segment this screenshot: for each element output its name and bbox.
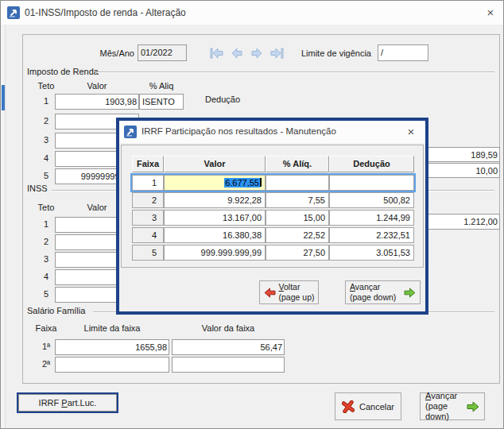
imposto-row-label: 5 xyxy=(36,171,56,180)
grid-cell-faixa[interactable]: 1 xyxy=(132,175,164,191)
nav-next-button[interactable] xyxy=(249,47,265,60)
salario-header-limite: Limite da faixa xyxy=(55,323,169,333)
salario-limite-input-1[interactable]: 1655,98 xyxy=(55,339,169,355)
nav-prev-button[interactable] xyxy=(229,47,245,60)
inss-row-label: 2 xyxy=(36,237,56,246)
mes-ano-input[interactable]: 01/2022 xyxy=(138,44,187,61)
limite-vigencia-label: Limite de vigência xyxy=(284,48,371,58)
inss-row-label: 1 xyxy=(36,219,56,229)
advance-dialog-label: Avançar(page down) xyxy=(350,282,396,303)
inss-row-label: 5 xyxy=(36,289,56,299)
grid-cell-aliq[interactable]: 7,55 xyxy=(266,192,329,208)
advance-dialog-button[interactable]: Avançar(page down) xyxy=(345,280,421,304)
grid-cell-aliq[interactable]: 27,50 xyxy=(266,245,329,261)
advance-dialog-arrow-icon xyxy=(404,288,416,298)
inss-section-label: INSS xyxy=(27,184,48,193)
grid-header-deducao: Dedução xyxy=(329,156,414,172)
grid-cell-faixa[interactable]: 5 xyxy=(132,245,164,261)
grid-header-row: Faixa Valor % Alíq. Dedução xyxy=(132,156,414,172)
window-title: 01-INSS/Imposto de renda - Alteração xyxy=(25,7,186,18)
irrf-button-label: IRRF Part.Luc. xyxy=(39,398,97,408)
advance-button-label: Avançar(page down) xyxy=(425,391,462,422)
window-titlebar: 01-INSS/Imposto de renda - Alteração × xyxy=(1,1,504,25)
nav-first-button[interactable] xyxy=(209,47,225,60)
salario-header-valor: Valor da faixa xyxy=(172,323,285,333)
advance-arrow-icon xyxy=(467,401,479,412)
irrf-partluc-button[interactable]: IRRF Part.Luc. xyxy=(17,392,118,413)
left-scrollbar[interactable] xyxy=(1,25,6,429)
dialog-icon xyxy=(124,126,137,138)
grid-cell-valor-editing[interactable]: 6.677,55 xyxy=(164,175,266,191)
nav-last-button[interactable] xyxy=(269,47,285,60)
imposto-header-valor: Valor xyxy=(55,81,139,91)
grid-row-selected: 1 6.677,55 xyxy=(132,175,414,191)
imposto-section-label: Imposto de Renda xyxy=(27,67,99,76)
imposto-aliq-input-1[interactable]: ISENTO xyxy=(139,94,184,110)
grid-cell-aliq[interactable] xyxy=(266,175,329,191)
grid-cell-faixa[interactable]: 2 xyxy=(132,192,164,208)
dialog-close-button[interactable]: × xyxy=(401,123,421,141)
scrollbar-thumb[interactable] xyxy=(2,85,5,110)
dialog-titlebar: IRRF Participação nos resultados - Manut… xyxy=(119,121,425,143)
imposto-row-label: 4 xyxy=(36,153,56,163)
grid-cell-valor[interactable]: 9.922,28 xyxy=(164,192,266,208)
back-button-label: Voltar(page up) xyxy=(279,282,315,303)
grid-cell-faixa[interactable]: 4 xyxy=(132,227,164,243)
grid-row: 3 13.167,00 15,00 1.244,99 xyxy=(132,210,414,226)
app-icon xyxy=(7,6,20,19)
dialog-title: IRRF Participação nos resultados - Manut… xyxy=(142,126,336,136)
salario-valor-input-2[interactable] xyxy=(172,357,285,373)
grid-header-aliq: % Alíq. xyxy=(266,156,329,172)
irrf-dialog: IRRF Participação nos resultados - Manut… xyxy=(116,118,428,315)
grid-cell-deducao[interactable] xyxy=(329,175,414,191)
first-record-icon xyxy=(209,47,225,60)
grid-row: 2 9.922,28 7,55 500,82 xyxy=(132,192,414,208)
inss-row-label: 3 xyxy=(36,254,56,264)
salario-valor-input-1[interactable]: 56,47 xyxy=(172,339,285,355)
back-button[interactable]: Voltar(page up) xyxy=(259,280,319,304)
imposto-valor-input-1[interactable]: 1903,98 xyxy=(55,94,139,110)
back-arrow-icon xyxy=(264,288,276,298)
imposto-row-label: 2 xyxy=(36,116,56,126)
grid-cell-valor[interactable]: 16.380,38 xyxy=(164,227,266,243)
imposto-separator xyxy=(97,72,494,73)
grid-cell-deducao[interactable]: 3.051,53 xyxy=(329,245,414,261)
main-window: 01-INSS/Imposto de renda - Alteração × M… xyxy=(0,0,504,429)
salario-section-label: Salário Família xyxy=(27,306,85,315)
grid-header-valor: Valor xyxy=(164,156,266,172)
cancel-x-icon xyxy=(342,400,355,413)
mes-ano-label: Mês/Ano xyxy=(83,48,134,58)
deducao-label: Dedução xyxy=(205,95,240,104)
grid-row: 5 999.999.999,99 27,50 3.051,53 xyxy=(132,245,414,261)
advance-button[interactable]: Avançar(page down) xyxy=(420,392,485,420)
limite-vigencia-input[interactable]: / xyxy=(378,44,428,61)
grid-cell-aliq[interactable]: 15,00 xyxy=(266,210,329,226)
imposto-row-label: 3 xyxy=(36,135,56,145)
grid-header-faixa: Faixa xyxy=(132,156,164,172)
cancel-button-label: Cancelar xyxy=(359,402,394,412)
cancel-button[interactable]: Cancelar xyxy=(335,392,401,420)
grid-cell-aliq[interactable]: 22,52 xyxy=(266,227,329,243)
grid-cell-valor[interactable]: 999.999.999,99 xyxy=(164,245,266,261)
text-cursor xyxy=(260,178,262,187)
grid-cell-deducao[interactable]: 1.244,99 xyxy=(329,210,414,226)
imposto-header-aliq: % Aliq xyxy=(139,81,184,91)
previous-record-icon xyxy=(229,47,245,60)
salario-limite-input-2[interactable] xyxy=(55,357,169,373)
grid-cell-deducao[interactable]: 500,82 xyxy=(329,192,414,208)
grid-row: 4 16.380,38 22,52 2.232,51 xyxy=(132,227,414,243)
grid-cell-valor[interactable]: 13.167,00 xyxy=(164,210,266,226)
grid-cell-faixa[interactable]: 3 xyxy=(132,210,164,226)
imposto-row-label: 1 xyxy=(36,96,56,106)
last-record-icon xyxy=(269,47,285,60)
window-close-button[interactable]: × xyxy=(481,4,500,21)
inss-row-label: 4 xyxy=(36,272,56,281)
grid-cell-deducao[interactable]: 2.232,51 xyxy=(329,227,414,243)
next-record-icon xyxy=(249,47,265,60)
